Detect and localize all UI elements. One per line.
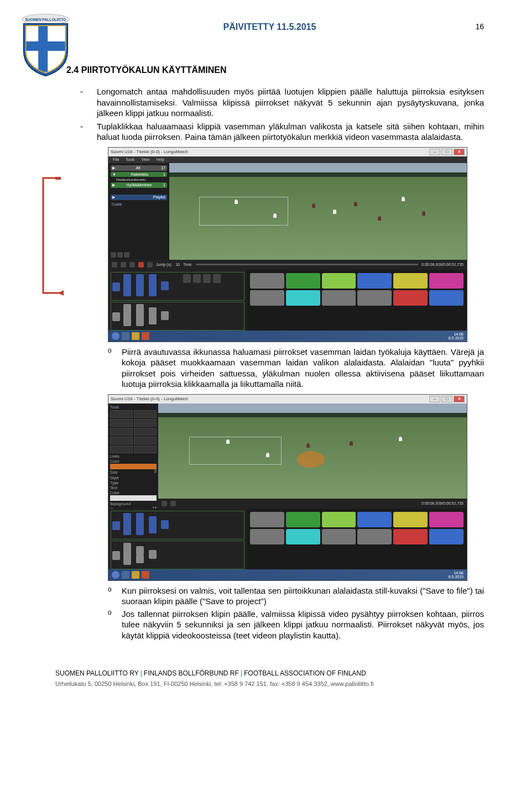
taskbar-app-icon[interactable] bbox=[132, 332, 139, 340]
maximize-button[interactable]: □ bbox=[441, 149, 452, 155]
tag-button[interactable] bbox=[286, 273, 320, 289]
sidebar-goals[interactable]: Goals bbox=[111, 201, 167, 207]
taskbar-app-icon[interactable] bbox=[142, 332, 149, 340]
tag-button[interactable] bbox=[286, 529, 320, 544]
time-slider[interactable] bbox=[196, 264, 418, 265]
menu-file[interactable]: File bbox=[113, 158, 119, 161]
formation-home[interactable] bbox=[111, 272, 244, 301]
undo-button[interactable] bbox=[162, 501, 167, 506]
taskbar-clock[interactable]: 14:068.5.2015 bbox=[449, 571, 464, 579]
tool-ellipse[interactable] bbox=[110, 437, 133, 444]
taskbar-clock[interactable]: 14:068.5.2015 bbox=[449, 332, 464, 340]
tool-pointer[interactable] bbox=[110, 410, 133, 418]
tag-button[interactable] bbox=[429, 529, 464, 544]
tag-button[interactable] bbox=[429, 273, 464, 289]
app-menubar: File Tools View Help bbox=[108, 156, 467, 163]
draw-tool-button[interactable] bbox=[138, 262, 144, 268]
tag-button[interactable] bbox=[429, 512, 464, 527]
tag-button[interactable] bbox=[429, 290, 464, 306]
start-button-icon[interactable] bbox=[112, 332, 119, 340]
menu-tools[interactable]: Tools bbox=[126, 158, 134, 161]
tool-angle[interactable] bbox=[134, 446, 157, 453]
svg-rect-4 bbox=[55, 177, 61, 180]
color-swatch[interactable] bbox=[110, 495, 157, 501]
start-button-icon[interactable] bbox=[112, 571, 119, 579]
speed-button[interactable] bbox=[147, 262, 153, 268]
tag-button[interactable] bbox=[357, 290, 392, 306]
minimize-button[interactable]: – bbox=[429, 396, 440, 402]
tag-button[interactable] bbox=[250, 529, 284, 544]
sidebar-tool-icon[interactable] bbox=[117, 252, 123, 258]
screenshot-longomatch-draw: Suomi U16 - Tšekki (0-0) - LongoMatch – … bbox=[108, 394, 467, 581]
tag-button[interactable] bbox=[357, 512, 392, 527]
tag-button[interactable] bbox=[286, 290, 320, 306]
drawn-ellipse-annotation[interactable] bbox=[297, 451, 325, 468]
minimize-button[interactable]: – bbox=[429, 149, 440, 155]
footer-address: Urheilukatu 5, 00250 Helsinki, Box 191, … bbox=[55, 679, 484, 689]
tool-pen[interactable] bbox=[134, 410, 157, 418]
tag-button[interactable] bbox=[286, 512, 320, 527]
broom-clear-button[interactable] bbox=[170, 501, 176, 506]
color-swatch[interactable] bbox=[110, 464, 157, 469]
sidebar-tool-icon[interactable] bbox=[124, 252, 129, 258]
close-button[interactable]: ✕ bbox=[454, 396, 465, 402]
size-value[interactable]: 2 bbox=[154, 469, 157, 475]
type-label: Type bbox=[110, 481, 157, 485]
tool-player[interactable] bbox=[110, 446, 133, 453]
taskbar-app-icon[interactable] bbox=[142, 571, 149, 579]
formation-home[interactable] bbox=[111, 511, 244, 539]
footer-org: FOOTBALL ASSOCIATION OF FINLAND bbox=[244, 669, 366, 677]
menu-help[interactable]: Help bbox=[157, 158, 164, 161]
formation-away[interactable] bbox=[111, 541, 244, 569]
tool-text[interactable] bbox=[134, 419, 157, 427]
tool-number[interactable] bbox=[134, 437, 157, 444]
sidebar-category[interactable]: ▶ Hyökkääminen1 bbox=[111, 182, 167, 188]
tag-button[interactable] bbox=[393, 529, 428, 544]
tag-button[interactable] bbox=[322, 273, 356, 289]
menu-view[interactable]: View bbox=[142, 158, 150, 161]
draw-canvas[interactable] bbox=[158, 404, 467, 499]
formation-away[interactable] bbox=[111, 302, 244, 331]
tag-button[interactable] bbox=[357, 273, 392, 289]
video-viewport[interactable] bbox=[169, 163, 467, 260]
tag-button[interactable] bbox=[393, 273, 428, 289]
tag-button[interactable] bbox=[357, 529, 392, 544]
tag-button[interactable] bbox=[322, 290, 356, 306]
jump-value[interactable]: 10 bbox=[175, 263, 180, 266]
sidebar-clip-item[interactable]: Maalipotkurakentelu bbox=[111, 178, 167, 181]
window-titlebar: Suomi U16 - Tšekki (0-0) - LongoMatch – … bbox=[108, 395, 467, 404]
tool-line[interactable] bbox=[110, 419, 133, 427]
taskbar-app-icon[interactable] bbox=[122, 332, 129, 340]
tag-panel bbox=[247, 270, 467, 331]
tag-button[interactable] bbox=[250, 290, 284, 306]
sidebar-tool-icon[interactable] bbox=[111, 252, 116, 258]
maximize-button[interactable]: □ bbox=[441, 396, 452, 402]
color-label-2: Color bbox=[110, 491, 157, 495]
section-number: 2.4 bbox=[66, 65, 79, 75]
tag-button[interactable] bbox=[250, 512, 284, 527]
sidebar-playlist[interactable]: ▶ Playlist bbox=[111, 195, 167, 200]
section-heading: 2.4 PIIRTOTYÖKALUN KÄYTTÄMINEN bbox=[66, 65, 484, 75]
play-button[interactable] bbox=[121, 262, 126, 268]
timeline-panel bbox=[108, 270, 467, 331]
sidebar-category[interactable]: ▼ Rakentelu1 bbox=[111, 172, 167, 177]
tag-button[interactable] bbox=[393, 512, 428, 527]
windows-taskbar: 14:068.5.2015 bbox=[108, 569, 467, 580]
window-title: Suomi U16 - Tšekki (0-0) - LongoMatch bbox=[111, 149, 188, 154]
formation-panel bbox=[108, 509, 247, 569]
color-label: Color bbox=[110, 459, 157, 463]
tool-cross[interactable] bbox=[110, 428, 133, 436]
tool-rect[interactable] bbox=[134, 428, 157, 436]
taskbar-app-icon[interactable] bbox=[132, 571, 139, 579]
tag-button[interactable] bbox=[322, 512, 356, 527]
next-button[interactable] bbox=[129, 262, 135, 268]
tag-button[interactable] bbox=[393, 290, 428, 306]
close-button[interactable]: ✕ bbox=[454, 149, 465, 155]
taskbar-app-icon[interactable] bbox=[122, 571, 129, 579]
tag-button[interactable] bbox=[250, 273, 284, 289]
sidebar-all[interactable]: ▶ All17 bbox=[111, 165, 167, 171]
tag-button[interactable] bbox=[322, 529, 356, 544]
jump-label: Jump (s): bbox=[156, 263, 172, 266]
prev-button[interactable] bbox=[112, 262, 117, 268]
screenshot-longomatch-main: Suomi U16 - Tšekki (0-0) - LongoMatch – … bbox=[108, 147, 467, 342]
